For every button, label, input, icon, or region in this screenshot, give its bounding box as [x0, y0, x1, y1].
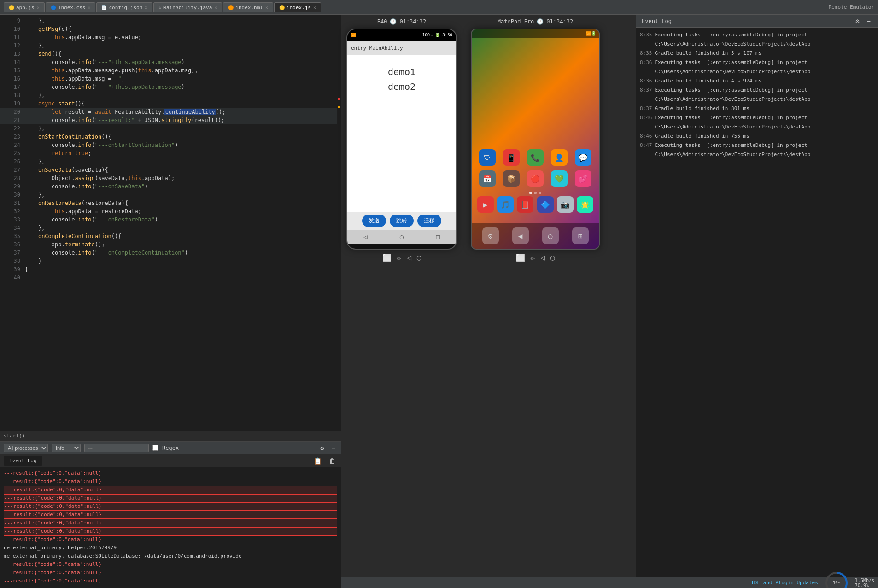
app-icon-12[interactable]: 🎵: [497, 196, 514, 213]
event-log-header: Event Log ⚙ −: [636, 15, 878, 28]
event-log-tab[interactable]: Event Log: [4, 456, 42, 466]
console-output: ---result:{"code":0,"data":null} ---resu…: [0, 467, 341, 588]
matepad-name: MatePad Pro: [498, 18, 534, 25]
tab-index-hml[interactable]: 🟠 index.hml ×: [223, 2, 273, 12]
process-filter-select[interactable]: All processes Processes: [4, 444, 48, 452]
dock-icon-4[interactable]: ⊞: [572, 227, 589, 244]
undo-icon[interactable]: ◁: [407, 253, 411, 262]
tiaoz-button[interactable]: 跳转: [390, 215, 414, 227]
dock-icon-2[interactable]: ◀: [512, 227, 529, 244]
gutter-16: [0, 75, 6, 83]
log-line-6: ---result:{"code":0,"data":null}: [4, 511, 337, 519]
app-icon-6[interactable]: 📅: [479, 170, 496, 187]
tab-app-js[interactable]: 🟡 app.js ×: [4, 2, 45, 12]
event-log-settings-icon[interactable]: ⚙: [854, 17, 861, 26]
progress-indicator: 50%: [824, 570, 849, 588]
code-line-36: 36 app.terminate();: [0, 240, 341, 249]
tab-close-app-js[interactable]: ×: [37, 5, 40, 10]
log-line-7: ---result:{"code":0,"data":null}: [4, 519, 337, 527]
app-icon-1[interactable]: 🛡: [479, 149, 496, 166]
tab-index-css[interactable]: 🔵 index.css ×: [46, 2, 96, 12]
regex-checkbox[interactable]: [152, 445, 158, 451]
app-icon-2[interactable]: 📱: [503, 149, 520, 166]
gutter-13: [0, 50, 6, 58]
code-line-20: 20 let result = await FeatureAbility.con…: [0, 108, 341, 116]
pencil-icon[interactable]: ✏: [397, 253, 402, 262]
fasong-button[interactable]: 发送: [362, 215, 386, 227]
code-line-14: 14 console.info("---"+this.appData.messa…: [0, 58, 341, 66]
back-icon[interactable]: ◁: [363, 233, 367, 240]
p40-demo2: demo2: [388, 81, 416, 92]
matepad-undo-icon[interactable]: ◁: [540, 253, 545, 262]
app-icon-13[interactable]: 📕: [517, 196, 533, 213]
tab-config-json[interactable]: 📄 config.json ×: [96, 2, 152, 12]
gutter-37: [0, 249, 6, 257]
console-toolbar: All processes Processes Info Debug Warn …: [0, 442, 341, 454]
tab-main-ability[interactable]: ☕ MainAbility.java ×: [153, 2, 222, 12]
p40-title-bar: entry_MainAbility: [347, 41, 456, 55]
log-level-select[interactable]: Info Debug Warn Error: [52, 444, 81, 452]
app-icon-16[interactable]: 🌟: [577, 196, 593, 213]
code-line-40: 40: [0, 274, 341, 282]
qianyi-button[interactable]: 迁移: [417, 215, 441, 227]
dot-3: [539, 192, 541, 194]
code-line-35: 35 onCompleteContinuation(){: [0, 232, 341, 240]
app-icon-11[interactable]: ▶: [477, 196, 494, 213]
tab-index-js[interactable]: 🟡 index.js ×: [274, 2, 321, 12]
event-time-3: 8:36: [640, 58, 652, 76]
clear-log-icon[interactable]: 🗑: [327, 456, 337, 466]
matepad-dock: ⚙ ◀ ○ ⊞: [472, 223, 599, 249]
settings-icon[interactable]: ⚙: [318, 443, 326, 453]
dock-icon-1[interactable]: ⚙: [482, 227, 499, 244]
recents-icon[interactable]: □: [436, 233, 439, 240]
plugin-updates-label[interactable]: IDE and Plugin Updates: [751, 580, 818, 586]
code-line-34: 34 },: [0, 224, 341, 232]
code-editor[interactable]: 9 }, 10 getMsg(e){ 11 this.appData.msg =…: [0, 15, 341, 431]
matepad-app-grid: 🛡 📱 📞 👤 💬 📅 📦 �: [472, 146, 599, 221]
event-log-minimize-icon[interactable]: −: [865, 17, 872, 26]
minimize-icon[interactable]: −: [330, 443, 337, 453]
app-icon-10[interactable]: 💕: [575, 170, 591, 187]
app-icon-8[interactable]: 🔴: [527, 170, 544, 187]
gutter-25: [0, 149, 6, 157]
tab-close-index-hml[interactable]: ×: [265, 5, 268, 10]
app-icon-15[interactable]: 📷: [557, 196, 574, 213]
event-msg-2: Gradle build finished in 5 s 107 ms: [655, 49, 762, 58]
dock-icon-3[interactable]: ○: [542, 227, 559, 244]
app-icon-7[interactable]: 📦: [503, 170, 520, 187]
matepad-screenshot-icon[interactable]: ⬜: [516, 253, 525, 262]
console-search-input[interactable]: [84, 444, 149, 452]
tab-close-config-json[interactable]: ×: [145, 5, 147, 10]
tab-close-main-ability[interactable]: ×: [214, 5, 217, 10]
copy-log-icon[interactable]: 📋: [312, 456, 323, 466]
tab-close-index-css[interactable]: ×: [88, 5, 90, 10]
event-time-6: 8:37: [640, 104, 652, 113]
app-icon-5[interactable]: 💬: [575, 149, 591, 166]
matepad-circle-icon[interactable]: ○: [550, 253, 555, 262]
scroll-gutter: [337, 15, 341, 431]
event-log-entry-4: 8:36 Gradle build finished in 4 s 924 ms: [640, 76, 874, 86]
home-icon[interactable]: ○: [400, 233, 404, 240]
p40-action-buttons: 发送 跳转 迁移: [347, 212, 456, 230]
event-log-entry-7: 8:46 Executing tasks: [:entry:assembleDe…: [640, 113, 874, 132]
gutter-39: [0, 265, 6, 274]
screenshot-icon[interactable]: ⬜: [382, 253, 392, 262]
gutter-18: [0, 91, 6, 99]
app-icon-9[interactable]: 💚: [551, 170, 568, 187]
p40-signal: 📶: [351, 33, 356, 37]
gutter-29: [0, 182, 6, 191]
right-side: P40 🕐 01:34:32 📶 100% 🔋 8:50: [341, 15, 878, 588]
app-icon-4[interactable]: 👤: [551, 149, 568, 166]
code-line-31: 31 onRestoreData(restoreData){: [0, 199, 341, 207]
app-icon-14[interactable]: 🔷: [537, 196, 554, 213]
circle-icon[interactable]: ○: [417, 253, 421, 262]
event-log-entry-8: 8:46 Gradle build finished in 756 ms: [640, 132, 874, 141]
event-msg-5: Executing tasks: [:entry:assembleDebug] …: [655, 86, 875, 104]
tab-icon-config-json: 📄: [101, 5, 107, 10]
app-icon-3[interactable]: 📞: [527, 149, 544, 166]
matepad-pencil-icon[interactable]: ✏: [531, 253, 535, 262]
event-log-title: Event Log: [642, 18, 672, 24]
gutter-9: [0, 17, 6, 25]
tab-close-index-js[interactable]: ×: [313, 5, 316, 10]
event-time-1: 8:35: [640, 30, 652, 49]
